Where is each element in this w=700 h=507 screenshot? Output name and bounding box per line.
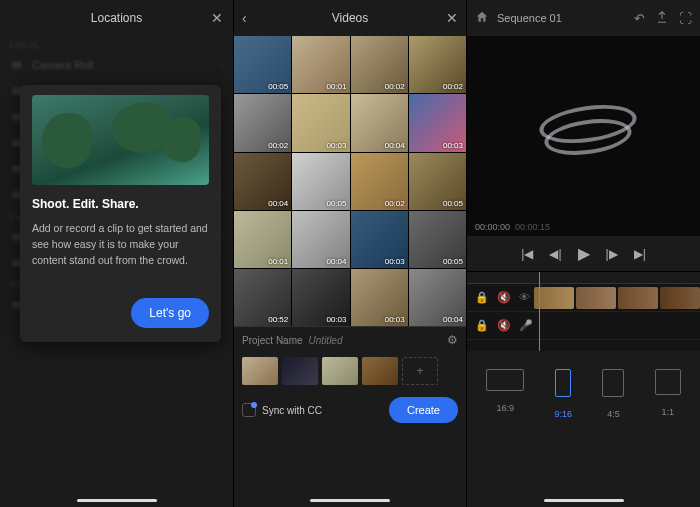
video-thumbnail[interactable]: 00:02 bbox=[409, 36, 466, 93]
video-thumbnail[interactable]: 00:03 bbox=[351, 269, 408, 326]
selected-thumbnail[interactable] bbox=[242, 357, 278, 385]
video-thumbnail[interactable]: 00:05 bbox=[292, 153, 349, 210]
video-thumbnail[interactable]: 00:03 bbox=[292, 94, 349, 151]
home-icon[interactable] bbox=[475, 10, 489, 26]
undo-icon[interactable]: ↶ bbox=[634, 11, 645, 26]
video-thumbnail[interactable]: 00:02 bbox=[234, 94, 291, 151]
video-thumbnail[interactable]: 00:03 bbox=[351, 211, 408, 268]
chevron-right-icon: › bbox=[222, 300, 225, 311]
video-thumbnail[interactable]: 00:05 bbox=[409, 153, 466, 210]
timeline-clip[interactable] bbox=[576, 287, 616, 309]
lets-go-button[interactable]: Let's go bbox=[131, 298, 209, 328]
video-thumbnail[interactable]: 00:52 bbox=[234, 269, 291, 326]
video-thumbnail[interactable]: 00:05 bbox=[409, 211, 466, 268]
back-icon[interactable]: ‹ bbox=[242, 10, 247, 26]
selected-thumbnail[interactable] bbox=[362, 357, 398, 385]
aspect-ratio-9-16[interactable]: 9:16 bbox=[555, 369, 573, 421]
location-row[interactable]: Camera Roll› bbox=[0, 52, 233, 78]
aspect-ratio-4-5[interactable]: 4:5 bbox=[602, 369, 624, 421]
video-thumbnail[interactable]: 00:02 bbox=[351, 36, 408, 93]
step-back-icon[interactable]: ◀| bbox=[549, 247, 561, 261]
lock-icon[interactable]: 🔒 bbox=[475, 319, 489, 332]
audio-track[interactable]: 🔒 🔇 🎤 bbox=[467, 312, 700, 340]
sync-row: Sync with CC Create bbox=[234, 389, 466, 435]
video-thumbnail[interactable]: 00:03 bbox=[292, 269, 349, 326]
duration-badge: 00:01 bbox=[268, 257, 288, 266]
video-thumbnail[interactable]: 00:04 bbox=[409, 269, 466, 326]
mute-icon[interactable]: 🔇 bbox=[497, 291, 511, 304]
close-icon[interactable]: ✕ bbox=[211, 10, 223, 26]
duration-badge: 00:05 bbox=[443, 257, 463, 266]
aspect-ratio-1-1[interactable]: 1:1 bbox=[655, 369, 681, 421]
modal-body: Add or record a clip to get started and … bbox=[32, 221, 209, 268]
ratio-label: 9:16 bbox=[555, 409, 573, 419]
fullscreen-icon[interactable]: ⛶ bbox=[679, 11, 692, 26]
share-icon[interactable] bbox=[655, 10, 669, 27]
add-clip-button[interactable]: + bbox=[402, 357, 438, 385]
duration-badge: 00:04 bbox=[385, 141, 405, 150]
video-thumbnail[interactable]: 00:04 bbox=[292, 211, 349, 268]
playhead[interactable] bbox=[539, 272, 540, 351]
video-track[interactable]: 🔒 🔇 👁 bbox=[467, 284, 700, 312]
duration-badge: 00:02 bbox=[385, 82, 405, 91]
video-thumbnail[interactable]: 00:01 bbox=[292, 36, 349, 93]
duration-badge: 00:03 bbox=[385, 257, 405, 266]
timeline-clip[interactable] bbox=[660, 287, 700, 309]
onboarding-modal: Shoot. Edit. Share. Add or record a clip… bbox=[20, 85, 221, 342]
skip-end-icon[interactable]: ▶| bbox=[634, 247, 646, 261]
timecode: 00:00:00 00:00:15 bbox=[475, 222, 550, 232]
duration-badge: 00:02 bbox=[443, 82, 463, 91]
chevron-right-icon: › bbox=[222, 112, 225, 123]
video-grid: 00:0500:0100:0200:0200:0200:0300:0400:03… bbox=[234, 36, 466, 326]
timeline-clip[interactable] bbox=[534, 287, 574, 309]
panel2-header: ‹ Videos ✕ bbox=[234, 0, 466, 36]
project-name-input[interactable] bbox=[309, 335, 447, 346]
selected-strip: + bbox=[234, 353, 466, 389]
timeline[interactable]: 🔒 🔇 👁 🔒 🔇 🎤 bbox=[467, 271, 700, 351]
chevron-right-icon: › bbox=[222, 164, 225, 175]
video-thumbnail[interactable]: 00:04 bbox=[351, 94, 408, 151]
chevron-right-icon: › bbox=[222, 232, 225, 243]
ratio-label: 16:9 bbox=[496, 403, 514, 413]
video-thumbnail[interactable]: 00:03 bbox=[409, 94, 466, 151]
duration-badge: 00:02 bbox=[268, 141, 288, 150]
aspect-ratio-16-9[interactable]: 16:9 bbox=[486, 369, 524, 421]
mute-icon[interactable]: 🔇 bbox=[497, 319, 511, 332]
close-icon[interactable]: ✕ bbox=[446, 10, 458, 26]
selected-thumbnail[interactable] bbox=[322, 357, 358, 385]
duration-badge: 00:01 bbox=[326, 82, 346, 91]
step-forward-icon[interactable]: |▶ bbox=[606, 247, 618, 261]
duration-badge: 00:05 bbox=[268, 82, 288, 91]
mic-icon[interactable]: 🎤 bbox=[519, 319, 533, 332]
visibility-icon[interactable]: 👁 bbox=[519, 291, 530, 304]
selected-thumbnail[interactable] bbox=[282, 357, 318, 385]
skip-start-icon[interactable]: |◀ bbox=[521, 247, 533, 261]
timeline-clip[interactable] bbox=[618, 287, 658, 309]
duration-badge: 00:03 bbox=[443, 141, 463, 150]
panel3-header: Sequence 01 ↶ ⛶ bbox=[467, 0, 700, 36]
video-thumbnail[interactable]: 00:04 bbox=[234, 153, 291, 210]
lock-icon[interactable]: 🔒 bbox=[475, 291, 489, 304]
video-thumbnail[interactable]: 00:05 bbox=[234, 36, 291, 93]
play-icon[interactable]: ▶ bbox=[578, 244, 590, 263]
create-button[interactable]: Create bbox=[389, 397, 458, 423]
duration-badge: 00:05 bbox=[326, 199, 346, 208]
sync-checkbox[interactable] bbox=[242, 403, 256, 417]
video-thumbnail[interactable]: 00:02 bbox=[351, 153, 408, 210]
timeline-ruler[interactable] bbox=[467, 272, 700, 284]
home-indicator[interactable] bbox=[310, 499, 390, 502]
duration-badge: 00:52 bbox=[268, 315, 288, 324]
videos-panel: ‹ Videos ✕ 00:0500:0100:0200:0200:0200:0… bbox=[233, 0, 467, 507]
project-name-row: Project Name ⚙ bbox=[234, 326, 466, 353]
home-indicator[interactable] bbox=[544, 499, 624, 502]
editor-panel: Sequence 01 ↶ ⛶ 00:00:00 00:00:15 |◀ ◀| … bbox=[467, 0, 700, 507]
home-indicator[interactable] bbox=[77, 499, 157, 502]
camera-icon bbox=[10, 58, 24, 72]
svg-rect-0 bbox=[12, 62, 21, 69]
duration-badge: 00:03 bbox=[326, 315, 346, 324]
panel2-title: Videos bbox=[332, 11, 368, 25]
gear-icon[interactable]: ⚙ bbox=[447, 333, 458, 347]
video-thumbnail[interactable]: 00:01 bbox=[234, 211, 291, 268]
video-preview[interactable]: 00:00:00 00:00:15 bbox=[467, 36, 700, 236]
location-label: Camera Roll bbox=[32, 59, 93, 71]
